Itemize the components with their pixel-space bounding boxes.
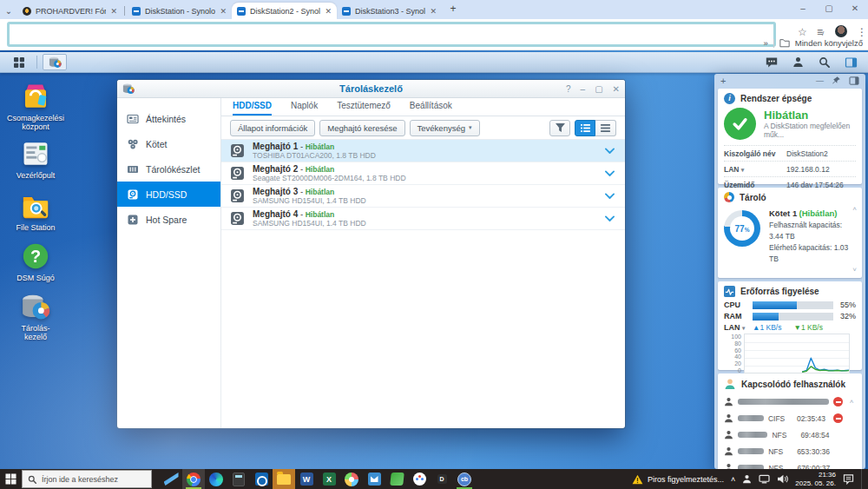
pin-panel-icon[interactable] bbox=[832, 76, 841, 85]
block-user-icon[interactable] bbox=[833, 397, 843, 406]
close-button[interactable]: ✕ bbox=[842, 0, 868, 19]
expand-chevron-icon[interactable] bbox=[605, 170, 615, 177]
browser-tab-diskstation1[interactable]: DiskStation - Synology DiskSt ✕ bbox=[127, 3, 232, 19]
main-menu-button[interactable] bbox=[7, 54, 31, 70]
taskbar-app-green[interactable] bbox=[385, 469, 408, 489]
block-user-icon[interactable] bbox=[833, 413, 843, 423]
taskbar-app-dots[interactable] bbox=[408, 469, 431, 489]
taskbar-app-swoosh[interactable] bbox=[160, 469, 182, 489]
tab-close-icon[interactable]: ✕ bbox=[220, 7, 227, 16]
expand-chevron-icon[interactable] bbox=[605, 215, 615, 222]
browser-tab-diskstation2-active[interactable]: DiskStation2 - Synology DiskSt ✕ bbox=[232, 3, 337, 19]
all-bookmarks-button[interactable]: Minden könyvjelző bbox=[795, 38, 863, 48]
overflow-bookmarks-icon[interactable]: » bbox=[764, 38, 768, 48]
network-icon[interactable] bbox=[759, 474, 770, 484]
browser-tab-diskstation3[interactable]: DiskStation3 - Synology DiskSt ✕ bbox=[337, 3, 442, 19]
tab-hdd-ssd[interactable]: HDD/SSD bbox=[233, 101, 272, 116]
desktop-icon-file-station[interactable]: File Station bbox=[2, 191, 69, 232]
taskbar-app-file-explorer[interactable] bbox=[273, 469, 295, 489]
minimize-button[interactable]: – bbox=[790, 0, 816, 19]
expand-chevron-icon[interactable] bbox=[605, 148, 615, 155]
sidebar-item-storage-pool[interactable]: Tárolókészlet bbox=[117, 156, 220, 182]
filter-button[interactable] bbox=[549, 120, 570, 136]
tab-test-scheduler[interactable]: Tesztütemező bbox=[337, 101, 391, 116]
storage-manager-task-button[interactable] bbox=[43, 54, 67, 70]
profile-avatar[interactable] bbox=[835, 25, 847, 37]
tab-close-icon[interactable]: ✕ bbox=[110, 7, 117, 16]
notifications-chat-icon[interactable] bbox=[766, 56, 778, 69]
maximize-button[interactable]: ▢ bbox=[816, 0, 842, 19]
desktop-icon-control-panel[interactable]: Vezérlőpult bbox=[2, 139, 69, 180]
new-tab-button[interactable]: + bbox=[445, 2, 461, 17]
tray-person-icon[interactable] bbox=[742, 474, 752, 484]
taskbar-app-mail[interactable] bbox=[363, 469, 385, 489]
browser-menu-icon[interactable]: ⋮ bbox=[857, 26, 867, 38]
sidebar-item-hot-spare[interactable]: Hot Spare bbox=[117, 207, 220, 232]
window-close-icon[interactable]: ✕ bbox=[613, 84, 620, 94]
tab-logs[interactable]: Naplók bbox=[291, 101, 318, 116]
tab-close-icon[interactable]: ✕ bbox=[325, 7, 332, 16]
taskbar-app-d[interactable]: D bbox=[431, 469, 453, 489]
taskbar-app-cb[interactable]: cb bbox=[453, 469, 476, 489]
info-value: 192.168.0.12 bbox=[786, 165, 830, 174]
expand-chevron-icon[interactable] bbox=[605, 193, 615, 200]
chevron-up-icon[interactable]: ˄ bbox=[847, 398, 856, 406]
drive-row-3[interactable]: Meghajtó 3 - Hibátlan SAMSUNG HD154UI, 1… bbox=[221, 185, 625, 208]
drive-row-4[interactable]: Meghajtó 4 - Hibátlan SAMSUNG HD154UI, 1… bbox=[221, 208, 625, 230]
bookmark-star-icon[interactable]: ☆ bbox=[798, 26, 807, 38]
sidebar-item-hdd-ssd[interactable]: HDD/SSD bbox=[117, 182, 220, 207]
extensions-icon[interactable]: ≡/ bbox=[817, 26, 823, 38]
sidebar-item-overview[interactable]: Áttekintés bbox=[117, 106, 220, 131]
collapse-panel-icon[interactable]: — bbox=[816, 76, 824, 85]
tab-settings[interactable]: Beállítások bbox=[410, 101, 452, 116]
status-info-button[interactable]: Állapot információk bbox=[230, 120, 315, 136]
tray-chevron-icon[interactable]: ˄ bbox=[731, 475, 735, 484]
sidebar-item-volume[interactable]: Kötet bbox=[117, 131, 220, 156]
tab-search-caret-icon[interactable]: ⌄ bbox=[0, 6, 17, 19]
show-desktop-button[interactable] bbox=[861, 469, 865, 489]
desktop-icon-dsm-help[interactable]: ? DSM Súgó bbox=[2, 241, 69, 282]
tab-close-icon[interactable]: ✕ bbox=[430, 7, 437, 16]
taskbar-app-edge[interactable] bbox=[205, 469, 227, 489]
list-view-button[interactable] bbox=[595, 120, 616, 136]
chevron-up-icon[interactable]: ˄ bbox=[852, 205, 857, 213]
d-app-icon: D bbox=[437, 474, 447, 484]
volume-icon[interactable] bbox=[777, 474, 788, 484]
storage-manager-window: Tároláskezelő ? – ▢ ✕ Áttekintés Köt bbox=[117, 80, 625, 428]
window-help-icon[interactable]: ? bbox=[566, 84, 571, 94]
detail-view-button[interactable] bbox=[575, 120, 595, 136]
taskbar-app-chrome[interactable] bbox=[182, 469, 205, 489]
info-value: DiskStation2 bbox=[786, 149, 828, 158]
activity-dropdown-button[interactable]: Tevékenység▾ bbox=[410, 120, 480, 136]
desktop-icon-package-center[interactable]: Csomagkezelési központ bbox=[2, 82, 69, 132]
taskbar-app-calculator[interactable] bbox=[227, 469, 250, 489]
taskbar-app-excel[interactable]: X bbox=[318, 469, 340, 489]
drive-row-1[interactable]: Meghajtó 1 - Hibátlan TOSHIBA DT01ACA200… bbox=[221, 140, 625, 162]
panel-layout-icon[interactable] bbox=[849, 76, 859, 85]
search-icon[interactable] bbox=[819, 56, 830, 68]
chevron-down-icon[interactable]: ˅ bbox=[852, 266, 857, 274]
window-maximize-icon[interactable]: ▢ bbox=[595, 84, 602, 94]
taskbar-clock[interactable]: 21:36 2025. 05. 26. bbox=[795, 471, 836, 488]
tray-warning[interactable]: Piros figyelmeztetés... bbox=[632, 474, 724, 485]
taskbar-search-box[interactable]: Írjon ide a kereséshez bbox=[22, 470, 152, 488]
info-label-lan[interactable]: LAN ▾ bbox=[724, 165, 786, 174]
desktop-icon-storage-manager[interactable]: Tárolás-kezelő bbox=[2, 292, 69, 342]
address-bar[interactable] bbox=[7, 22, 776, 47]
window-title-bar[interactable]: Tároláskezelő ? – ▢ ✕ bbox=[117, 80, 625, 98]
taskbar-app-palette[interactable] bbox=[340, 469, 363, 489]
browser-tab-prohardver[interactable]: PROHARDVER! Fórum ✕ bbox=[17, 3, 122, 19]
bookmarks-bar-right: » Minden könyvjelző bbox=[764, 38, 863, 48]
user-options-icon[interactable] bbox=[792, 56, 804, 68]
show-widgets-icon[interactable] bbox=[845, 57, 858, 68]
start-button[interactable] bbox=[0, 469, 22, 489]
notification-center-icon[interactable] bbox=[843, 474, 854, 485]
user-time: 69:48:54 bbox=[800, 431, 832, 439]
lan-label[interactable]: LAN ▾ bbox=[724, 323, 747, 332]
taskbar-app-outlook[interactable] bbox=[250, 469, 273, 489]
drive-search-button[interactable]: Meghajtó keresése bbox=[319, 120, 404, 136]
drive-row-2[interactable]: Meghajtó 2 - Hibátlan Seagate ST2000DM00… bbox=[221, 162, 625, 185]
add-widget-icon[interactable]: + bbox=[720, 76, 726, 86]
taskbar-app-word[interactable]: W bbox=[295, 469, 318, 489]
window-minimize-icon[interactable]: – bbox=[581, 84, 586, 94]
